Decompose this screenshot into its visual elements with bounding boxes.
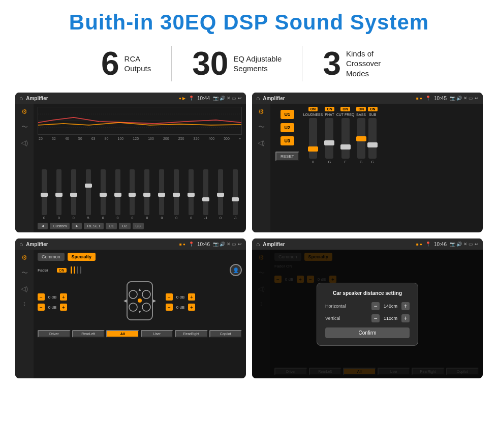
db-value-4: 0 dB: [174, 305, 186, 310]
eq-u2-btn[interactable]: U2: [119, 223, 130, 229]
app-name-eq: Amplifier: [26, 96, 176, 101]
btn-all[interactable]: All: [106, 330, 139, 338]
eq-slider-5: 0: [97, 169, 110, 220]
wave-icon[interactable]: 〜: [21, 123, 28, 132]
cross-content: ⚙ 〜 ◁) U1 U2 U3 RESET ON: [252, 104, 483, 232]
db-minus-4[interactable]: −: [166, 304, 173, 311]
u-buttons-col: U1 U2 U3 RESET: [273, 107, 301, 229]
stat-label-eq: EQ AdjustableSegments: [233, 54, 282, 74]
cross-reset-btn[interactable]: RESET: [275, 152, 299, 161]
status-icons-eq: 📷 🔊 ✕ ▭ ↩: [213, 96, 242, 101]
screenshots-grid: ⌂ Amplifier ● ▶ 📍 10:44 📷 🔊 ✕ ▭ ↩ ⚙ 〜 ◁): [15, 93, 483, 378]
dialog-minus-h[interactable]: −: [371, 302, 380, 310]
fader-sidebar: ⚙ 〜 ◁) ↕: [15, 250, 34, 378]
db-value-3: 0 dB: [174, 295, 186, 300]
svg-point-6: [129, 303, 137, 311]
eq-slider-12: -1: [199, 169, 212, 220]
svg-text:▲: ▲: [138, 287, 142, 292]
eq-slider-14: -1: [229, 169, 242, 220]
cross-channels: ON LOUDNESS 0 ON PHAT: [301, 107, 480, 229]
eq-slider-3: 0: [67, 169, 80, 220]
app-name-fader: Amplifier: [26, 242, 176, 247]
eq-slider-7: 0: [126, 169, 139, 220]
db-control-1: − 0 dB +: [38, 293, 114, 301]
db-value-1: 0 dB: [46, 295, 58, 300]
eq-track-1[interactable]: [42, 169, 47, 215]
fader-row: Fader ON 👤: [38, 264, 242, 276]
wave-icon-3[interactable]: 〜: [21, 268, 28, 278]
tab-specialty[interactable]: Specialty: [68, 253, 96, 261]
confirm-button[interactable]: Confirm: [325, 327, 410, 338]
tab-common[interactable]: Common: [38, 253, 65, 261]
app-name-dialog: Amplifier: [263, 242, 413, 247]
db-plus-3[interactable]: +: [188, 293, 195, 301]
eq-u3-btn[interactable]: U3: [133, 223, 144, 229]
db-left: − 0 dB + − 0 dB +: [38, 293, 114, 311]
vol-icon[interactable]: ◁): [21, 139, 28, 146]
u1-btn[interactable]: U1: [281, 110, 295, 119]
home-icon: ⌂: [19, 95, 23, 102]
dialog-ctrl-horizontal: − 140cm +: [371, 302, 410, 310]
cross-main: U1 U2 U3 RESET ON LOUDNESS 0: [270, 104, 483, 232]
car-diagram: ▲ ▼ ◀ ▶: [117, 279, 163, 325]
svg-point-8: [138, 298, 142, 303]
db-plus-2[interactable]: +: [60, 304, 67, 311]
cross-sidebar: ⚙ 〜 ◁): [252, 104, 270, 232]
vol-icon-2[interactable]: ◁): [258, 139, 265, 146]
btn-user[interactable]: User: [141, 330, 174, 338]
dialog-row-horizontal: Horizontal − 140cm +: [325, 302, 410, 310]
fader-h-sliders: [71, 266, 81, 274]
eq-reset-btn[interactable]: RESET: [84, 223, 104, 229]
db-plus-4[interactable]: +: [188, 304, 195, 311]
eq-slider-1: 0: [38, 169, 51, 220]
status-time-cross: 10:45: [434, 96, 447, 101]
eq-main: 253240506380100125160200250320400500 » 0…: [34, 104, 246, 232]
eq-icon-2[interactable]: ⚙: [258, 108, 264, 115]
location-icon: 📍: [189, 96, 194, 101]
db-plus-1[interactable]: +: [60, 293, 67, 301]
dialog-ctrl-vertical: − 110cm +: [371, 314, 410, 322]
vol-icon-3[interactable]: ◁): [21, 285, 28, 292]
status-time-eq: 10:44: [197, 96, 210, 101]
db-value-2: 0 dB: [46, 305, 58, 310]
svg-point-4: [129, 290, 137, 298]
dialog-row-vertical: Vertical − 110cm +: [325, 314, 410, 322]
eq-u1-btn[interactable]: U1: [106, 223, 117, 229]
eq-icon[interactable]: ⚙: [21, 108, 27, 115]
eq-prev-btn[interactable]: ◄: [38, 223, 48, 229]
eq-icon-3[interactable]: ⚙: [21, 254, 27, 261]
status-bar-cross: ⌂ Amplifier ■ ● 📍 10:45 📷 🔊 ✕ ▭ ↩: [252, 93, 483, 104]
status-icons-dialog: 📷 🔊 ✕ ▭ ↩: [450, 242, 479, 247]
status-bar-dialog: ⌂ Amplifier ■ ● 📍 10:46 📷 🔊 ✕ ▭ ↩: [252, 238, 483, 250]
u2-btn[interactable]: U2: [281, 123, 295, 132]
dialog-plus-h[interactable]: +: [401, 302, 410, 310]
btn-rearleft[interactable]: RearLeft: [72, 330, 105, 338]
stat-number-eq: 30: [192, 47, 228, 80]
eq-custom-btn[interactable]: Custom: [50, 223, 70, 229]
dialog-val-v: 110cm: [382, 316, 399, 321]
db-minus-1[interactable]: −: [38, 293, 45, 301]
eq-play-btn[interactable]: ►: [72, 223, 82, 229]
wave-icon-2[interactable]: 〜: [258, 123, 265, 132]
db-control-3: − 0 dB +: [166, 293, 242, 301]
u3-btn[interactable]: U3: [281, 136, 295, 145]
fader-person-icon: 👤: [230, 264, 242, 276]
eq-slider-10: 0: [170, 169, 183, 220]
btn-rearright[interactable]: RearRight: [175, 330, 208, 338]
dialog-plus-v[interactable]: +: [401, 314, 410, 322]
location-icon-2: 📍: [425, 96, 431, 101]
db-minus-3[interactable]: −: [166, 293, 173, 301]
ch-bass: ON BASS G: [356, 107, 366, 229]
fader-content: ⚙ 〜 ◁) ↕ Common Specialty Fader ON: [15, 250, 246, 378]
status-bar-eq: ⌂ Amplifier ● ▶ 📍 10:44 📷 🔊 ✕ ▭ ↩: [15, 93, 246, 104]
dialog-val-h: 140cm: [382, 304, 399, 309]
db-minus-2[interactable]: −: [38, 304, 45, 311]
dialog-minus-v[interactable]: −: [371, 314, 380, 322]
btn-driver[interactable]: Driver: [38, 330, 71, 338]
status-time-fader: 10:46: [197, 242, 210, 247]
fader-tabs: Common Specialty: [38, 253, 242, 261]
svg-text:▶: ▶: [153, 298, 157, 303]
btn-copilot[interactable]: Copilot: [209, 330, 242, 338]
arrow-icon-3[interactable]: ↕: [23, 300, 26, 307]
fader-label: Fader: [38, 268, 53, 273]
